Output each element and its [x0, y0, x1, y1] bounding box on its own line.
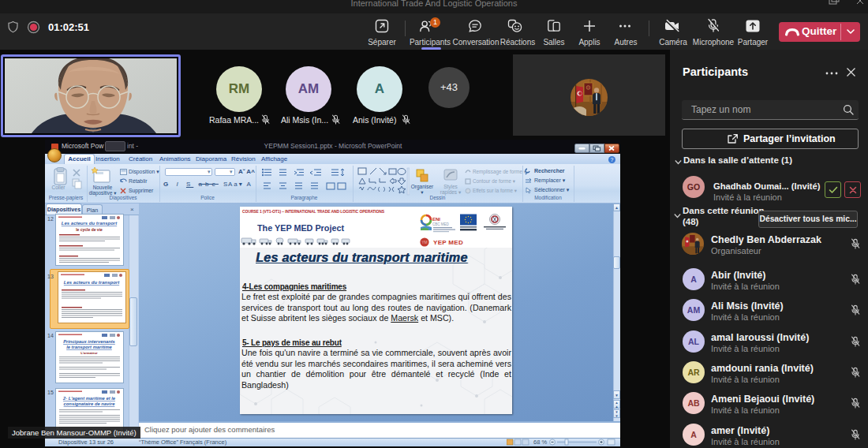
svg-text:CBC MED: CBC MED [432, 222, 450, 226]
svg-text:Les acteurs du transport: Les acteurs du transport [64, 280, 120, 285]
svg-text:YM: YM [421, 240, 428, 245]
svg-text:le transport maritime: le transport maritime [66, 345, 112, 349]
svg-text:Principaux intervenants: Principaux intervenants [63, 339, 115, 344]
svg-text:L'armateur: L'armateur [80, 351, 98, 355]
svg-text:2- L'agent maritime et le: 2- L'agent maritime et le [62, 396, 116, 401]
svg-text:Les acteurs du transport: Les acteurs du transport [62, 221, 118, 226]
svg-text:le cycle de vie: le cycle de vie [76, 227, 103, 232]
svg-text:68 %: 68 % [533, 439, 547, 446]
svg-text:consignataire de navire: consignataire de navire [64, 401, 116, 406]
svg-text:ENI: ENI [432, 217, 440, 222]
